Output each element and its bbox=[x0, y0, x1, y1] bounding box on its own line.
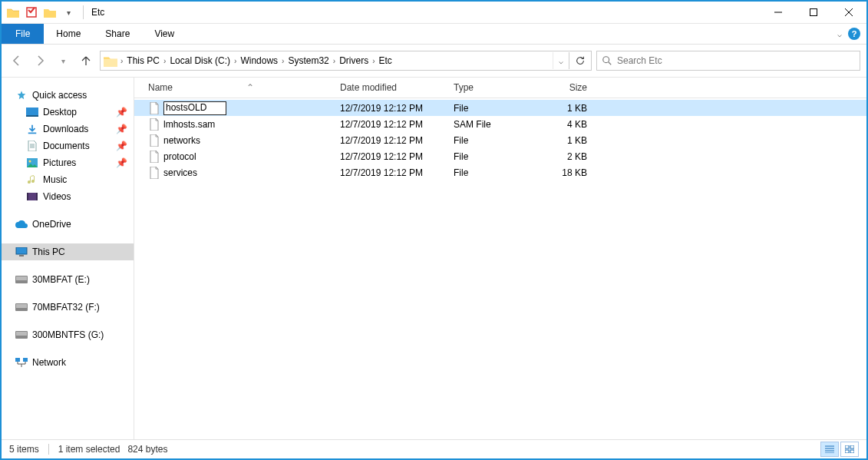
search-input[interactable]: Search Etc bbox=[596, 51, 860, 71]
desktop-icon bbox=[26, 106, 38, 118]
table-row[interactable]: protocol12/7/2019 12:12 PMFile2 KB bbox=[134, 148, 866, 164]
quick-access-toolbar: ▾ bbox=[2, 4, 80, 21]
pin-icon: 📌 bbox=[116, 107, 127, 117]
qat-newfolder-icon[interactable] bbox=[41, 4, 58, 21]
help-icon[interactable]: ? bbox=[848, 28, 860, 40]
breadcrumb-etc[interactable]: Etc bbox=[376, 51, 394, 70]
svg-rect-7 bbox=[27, 193, 38, 200]
nav-pictures[interactable]: Pictures 📌 bbox=[2, 154, 134, 171]
nav-up-button[interactable] bbox=[77, 51, 95, 70]
svg-rect-19 bbox=[23, 358, 28, 362]
app-icon[interactable] bbox=[5, 4, 21, 21]
table-row[interactable]: services12/7/2019 12:12 PMFile18 KB bbox=[134, 164, 866, 180]
file-name: networks bbox=[163, 135, 200, 146]
nav-downloads[interactable]: Downloads 📌 bbox=[2, 121, 134, 137]
rename-input[interactable]: hostsOLD bbox=[163, 101, 226, 115]
chevron-right-icon[interactable]: › bbox=[233, 57, 238, 65]
table-row[interactable]: lmhosts.sam12/7/2019 12:12 PMSAM File4 K… bbox=[134, 116, 866, 132]
network-icon bbox=[15, 356, 28, 369]
chevron-right-icon[interactable]: › bbox=[280, 57, 285, 65]
nav-label: Videos bbox=[43, 191, 71, 202]
refresh-button[interactable] bbox=[569, 52, 591, 69]
nav-label: Desktop bbox=[43, 107, 77, 117]
nav-label: 300MBNTFS (G:) bbox=[32, 329, 104, 340]
file-rows[interactable]: hostsOLD12/7/2019 12:12 PMFile1 KBlmhost… bbox=[134, 98, 866, 180]
nav-music[interactable]: Music bbox=[2, 171, 134, 188]
nav-drive-f[interactable]: 70MBFAT32 (F:) bbox=[2, 299, 134, 316]
column-size[interactable]: Size bbox=[540, 82, 593, 93]
pin-icon: 📌 bbox=[116, 124, 127, 134]
column-headers: Name ⌃ Date modified Type Size bbox=[134, 78, 866, 98]
videos-icon bbox=[26, 190, 38, 203]
table-row[interactable]: hostsOLD12/7/2019 12:12 PMFile1 KB bbox=[134, 100, 866, 116]
file-date: 12/7/2019 12:12 PM bbox=[334, 119, 447, 130]
svg-rect-1 bbox=[810, 9, 817, 16]
svg-rect-15 bbox=[16, 304, 27, 308]
chevron-right-icon[interactable]: › bbox=[162, 57, 167, 65]
ribbon-tab-view[interactable]: View bbox=[142, 24, 186, 44]
nav-forward-button[interactable] bbox=[31, 51, 49, 70]
breadcrumb-system32[interactable]: System32 bbox=[285, 51, 331, 70]
table-row[interactable]: networks12/7/2019 12:12 PMFile1 KB bbox=[134, 132, 866, 148]
ribbon-tabs: File Home Share View ⌵ ? bbox=[2, 24, 866, 45]
nav-onedrive[interactable]: OneDrive bbox=[2, 216, 134, 233]
status-item-count: 5 items bbox=[9, 444, 39, 455]
svg-rect-23 bbox=[850, 450, 854, 453]
svg-rect-17 bbox=[16, 332, 27, 336]
nav-videos[interactable]: Videos bbox=[2, 188, 134, 205]
this-pc-icon bbox=[15, 246, 28, 258]
nav-back-button[interactable] bbox=[8, 51, 26, 70]
navigation-pane[interactable]: Quick access Desktop 📌 Downloads 📌 Docum… bbox=[2, 78, 134, 439]
nav-drive-g[interactable]: 300MBNTFS (G:) bbox=[2, 326, 134, 343]
file-date: 12/7/2019 12:12 PM bbox=[334, 151, 447, 162]
nav-label: 30MBFAT (E:) bbox=[32, 274, 90, 285]
svg-rect-3 bbox=[26, 108, 38, 115]
svg-rect-4 bbox=[26, 115, 38, 117]
qat-customize-icon[interactable]: ▾ bbox=[60, 4, 77, 21]
drive-icon bbox=[15, 273, 28, 286]
address-bar[interactable]: › This PC › Local Disk (C:) › Windows › … bbox=[100, 51, 592, 71]
nav-network[interactable]: Network bbox=[2, 354, 134, 371]
close-button[interactable] bbox=[831, 2, 866, 23]
breadcrumb-drivers[interactable]: Drivers bbox=[337, 51, 371, 70]
breadcrumb-local-disk[interactable]: Local Disk (C:) bbox=[167, 51, 233, 70]
downloads-icon bbox=[26, 123, 38, 135]
pin-icon: 📌 bbox=[116, 157, 127, 168]
address-dropdown[interactable]: ⌵ bbox=[553, 52, 569, 69]
column-type[interactable]: Type bbox=[447, 82, 540, 93]
view-large-icons-button[interactable] bbox=[840, 442, 859, 457]
column-date[interactable]: Date modified bbox=[334, 82, 447, 93]
nav-drive-e[interactable]: 30MBFAT (E:) bbox=[2, 271, 134, 288]
nav-this-pc[interactable]: This PC bbox=[2, 243, 134, 260]
breadcrumb-this-pc[interactable]: This PC bbox=[124, 51, 162, 70]
pictures-icon bbox=[26, 157, 38, 169]
nav-label: This PC bbox=[32, 247, 65, 257]
qat-properties-icon[interactable] bbox=[23, 4, 40, 21]
nav-desktop[interactable]: Desktop 📌 bbox=[2, 104, 134, 121]
column-name[interactable]: Name ⌃ bbox=[142, 82, 334, 93]
chevron-right-icon[interactable]: › bbox=[332, 57, 337, 65]
ribbon-tab-file[interactable]: File bbox=[2, 24, 44, 44]
title-bar: ▾ Etc bbox=[2, 2, 866, 24]
nav-documents[interactable]: Documents 📌 bbox=[2, 137, 134, 154]
file-type: File bbox=[447, 151, 540, 162]
ribbon-tab-share[interactable]: Share bbox=[93, 24, 142, 44]
view-details-button[interactable] bbox=[820, 442, 839, 457]
status-bytes: 824 bytes bbox=[127, 444, 167, 455]
file-name: services bbox=[163, 167, 197, 178]
status-separator bbox=[48, 444, 49, 455]
nav-label: Music bbox=[43, 174, 67, 185]
nav-quick-access[interactable]: Quick access bbox=[2, 87, 134, 104]
chevron-right-icon[interactable]: › bbox=[371, 57, 376, 65]
chevron-right-icon[interactable]: › bbox=[119, 57, 124, 65]
sort-indicator-icon: ⌃ bbox=[246, 82, 254, 93]
breadcrumb-windows[interactable]: Windows bbox=[238, 51, 280, 70]
address-bar-row: ▾ › This PC › Local Disk (C:) › Windows … bbox=[2, 45, 866, 78]
status-selection: 1 item selected bbox=[58, 444, 120, 455]
nav-recent-dropdown[interactable]: ▾ bbox=[54, 51, 72, 70]
minimize-button[interactable] bbox=[761, 2, 796, 23]
svg-rect-8 bbox=[27, 193, 28, 200]
maximize-button[interactable] bbox=[796, 2, 831, 23]
ribbon-tab-home[interactable]: Home bbox=[44, 24, 93, 44]
ribbon-expand-icon[interactable]: ⌵ bbox=[837, 30, 842, 38]
